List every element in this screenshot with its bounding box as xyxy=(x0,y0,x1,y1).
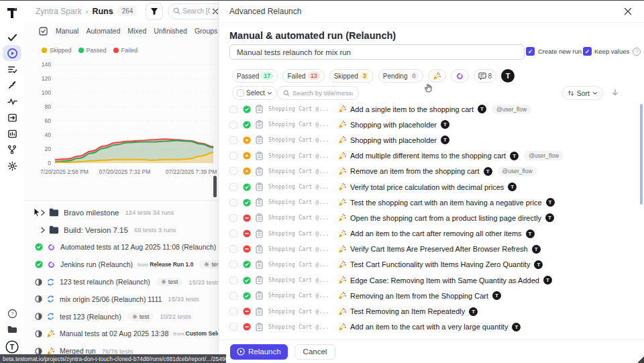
row-checkbox[interactable] xyxy=(229,183,237,191)
test-title[interactable]: Removing an Item from the Shopping Cart xyxy=(350,292,488,300)
app-logo[interactable] xyxy=(0,4,24,21)
reports-icon[interactable] xyxy=(0,125,24,142)
left-panel-scrollbar[interactable] xyxy=(213,176,217,197)
manual-test-icon xyxy=(338,307,347,316)
test-row[interactable]: Shopping Cart @...Removing an Item from … xyxy=(219,288,635,303)
row-checkbox[interactable] xyxy=(229,260,237,268)
scroll-down-icon[interactable] xyxy=(611,89,619,97)
test-title[interactable]: Test the shopping cart with an item havi… xyxy=(350,199,542,207)
row-checkbox[interactable] xyxy=(229,214,237,222)
test-row[interactable]: Shopping Cart @...Add a single item to t… xyxy=(219,101,635,117)
relaunch-button[interactable]: Relaunch xyxy=(230,344,288,360)
row-checkbox[interactable] xyxy=(229,105,237,113)
filter-chip-comments[interactable]: 8 xyxy=(474,69,497,83)
row-checkbox[interactable] xyxy=(229,199,237,207)
user-avatar[interactable]: T xyxy=(0,339,24,355)
filter-chip-passed[interactable]: Passed17 xyxy=(232,69,278,83)
runs-search-input[interactable]: Search [C xyxy=(168,3,224,19)
test-title[interactable]: Verify total price calculation with deci… xyxy=(350,183,504,191)
select-all-checkbox[interactable] xyxy=(237,89,244,97)
test-title[interactable]: Add a single item to the shopping cart xyxy=(350,105,474,113)
test-row[interactable]: Shopping Cart @...Add an item to the car… xyxy=(219,319,635,335)
test-row[interactable]: Shopping Cart @...Edge Case: Removing It… xyxy=(219,272,635,288)
branch-icon[interactable] xyxy=(0,142,24,158)
tools-icon[interactable] xyxy=(0,77,24,93)
test-row[interactable]: Shopping Cart @...Add multiple different… xyxy=(219,148,635,164)
row-checkbox[interactable] xyxy=(229,121,237,129)
settings-icon[interactable] xyxy=(0,158,24,174)
test-title[interactable]: Add an item to the cart with a very larg… xyxy=(350,323,508,331)
close-icon[interactable] xyxy=(624,7,632,15)
status-failed-icon xyxy=(243,323,251,331)
tree-item-meta: 15/33 tests xyxy=(168,295,199,303)
test-title[interactable]: Shopping with placeholder xyxy=(350,121,437,129)
runs-icon[interactable] xyxy=(3,45,21,61)
breadcrumb-project[interactable]: Zyntra Spark xyxy=(36,7,82,16)
sort-button[interactable]: Sort xyxy=(562,86,603,100)
test-title[interactable]: Add an item to the cart after removing a… xyxy=(350,229,522,238)
test-row[interactable]: Shopping Cart @...Verify Cart Items Are … xyxy=(219,242,635,257)
test-title[interactable]: Verify Cart Items Are Preserved After Br… xyxy=(350,245,528,253)
filter-button[interactable] xyxy=(146,3,163,20)
row-checkbox[interactable] xyxy=(229,276,237,284)
breadcrumb-page[interactable]: Runs xyxy=(92,7,113,16)
filter-chip-failed[interactable]: Failed13 xyxy=(282,69,324,83)
legend-dot xyxy=(113,48,119,53)
test-title[interactable]: Test Removing an Item Repeatedly xyxy=(350,307,465,315)
keep-values-help-icon[interactable]: ? xyxy=(633,48,641,56)
filter-chip-skipped[interactable]: Skipped3 xyxy=(329,69,374,83)
cancel-button[interactable]: Cancel xyxy=(294,344,336,360)
test-row[interactable]: Shopping Cart @...Shopping with placehol… xyxy=(219,117,635,132)
test-row[interactable]: Shopping Cart @...Open the shopping cart… xyxy=(219,210,635,225)
tests-icon[interactable] xyxy=(0,29,24,45)
row-checkbox[interactable] xyxy=(229,307,237,315)
create-new-run-checkbox[interactable]: ✓Create new run xyxy=(526,47,582,56)
row-checkbox[interactable] xyxy=(229,167,237,175)
assignee-avatar[interactable]: T xyxy=(501,69,515,83)
help-icon[interactable]: ? xyxy=(0,305,24,321)
modal-scrollbar[interactable] xyxy=(640,104,643,205)
run-name-input[interactable]: Manual tests relaunch for mix run xyxy=(229,44,525,60)
test-row[interactable]: Shopping Cart @...Test the shopping cart… xyxy=(219,195,635,210)
test-row[interactable]: Shopping Cart @...Remove an item from th… xyxy=(219,164,635,179)
test-title[interactable]: Open the shopping cart from a product li… xyxy=(350,214,541,222)
test-title[interactable]: Edge Case: Removing Item with Same Quant… xyxy=(350,276,539,284)
test-row[interactable]: Shopping Cart @...Shopping with placehol… xyxy=(219,132,635,148)
projects-icon[interactable] xyxy=(0,321,24,338)
test-title[interactable]: Remove an item from the shopping cart xyxy=(350,167,480,175)
row-checkbox[interactable] xyxy=(229,152,237,160)
test-row[interactable]: Shopping Cart @...Add an item to the car… xyxy=(219,226,635,242)
select-runs-icon[interactable] xyxy=(39,27,48,36)
test-row[interactable]: Shopping Cart @...Test Cart Functionalit… xyxy=(219,257,635,272)
test-title[interactable]: Test Cart Functionality with Items Havin… xyxy=(350,260,530,268)
pulse-icon[interactable] xyxy=(0,93,24,109)
tab-groups[interactable]: Groups xyxy=(195,27,217,35)
filter-chip-manual[interactable] xyxy=(428,69,446,83)
expand-chevron-icon[interactable] xyxy=(40,209,46,216)
expand-chevron-icon[interactable] xyxy=(40,227,46,234)
test-title[interactable]: Add multiple different items to the shop… xyxy=(350,152,506,160)
legend-dot xyxy=(78,48,84,53)
test-title[interactable]: Shopping with placeholder xyxy=(350,136,437,144)
test-row[interactable]: Shopping Cart @...Test Removing an Item … xyxy=(219,303,635,319)
tab-unfinished[interactable]: Unfinished xyxy=(154,27,187,35)
row-checkbox[interactable] xyxy=(229,323,237,331)
select-dropdown[interactable]: Select xyxy=(232,86,277,100)
test-search-input[interactable]: Search by title/messag xyxy=(277,86,359,100)
tree-item-name: Build: Version 7.15 xyxy=(64,226,128,234)
tab-mixed[interactable]: Mixed xyxy=(127,27,146,35)
test-row[interactable]: Shopping Cart @...Verify total price cal… xyxy=(219,179,635,195)
filter-chip-automated[interactable] xyxy=(451,69,469,83)
tab-manual[interactable]: Manual xyxy=(56,27,78,35)
row-checkbox[interactable] xyxy=(229,229,237,238)
tree-item-meta: 15/23 tests xyxy=(189,278,219,286)
row-checkbox[interactable] xyxy=(229,292,237,300)
row-checkbox[interactable] xyxy=(229,245,237,253)
test-list: Shopping Cart @...Add a single item to t… xyxy=(219,101,635,335)
import-icon[interactable] xyxy=(0,109,24,125)
tab-automated[interactable]: Automated xyxy=(86,27,120,35)
row-checkbox[interactable] xyxy=(229,136,237,144)
plans-icon[interactable] xyxy=(0,61,24,77)
keep-values-checkbox[interactable]: ✓Keep values ? xyxy=(583,47,641,56)
filter-chip-pending[interactable]: Pending0 xyxy=(378,69,423,83)
